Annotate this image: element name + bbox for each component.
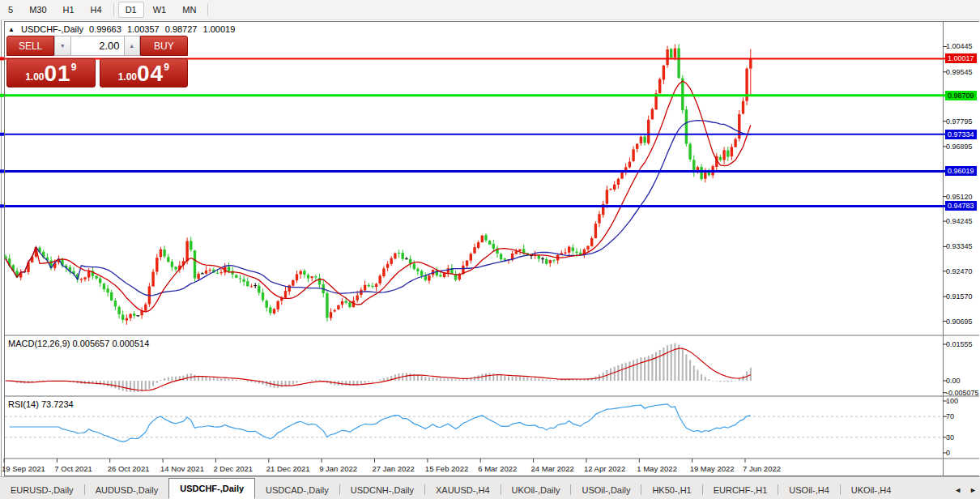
date-axis-label: 24 Mar 2022 [531,464,574,473]
tab-hk50-h1[interactable]: HK50-,H1 [641,481,701,499]
price-axis-label: 1.00445 [946,42,973,50]
macd-axis-label: 0.01555 [946,340,973,348]
date-axis-label: 19 May 2022 [690,464,735,473]
date-axis-label: 14 Nov 2021 [160,464,204,473]
price-axis-label: 0.90695 [946,318,973,326]
date-axis-label: 27 Jan 2022 [372,464,414,473]
date-axis-label: 15 Feb 2022 [425,464,468,473]
rsi-axis-label: 0 [946,449,950,457]
date-axis-label: 9 Jan 2022 [319,464,357,473]
pane-frames [2,20,980,476]
rsi-axis-label: 100 [946,397,958,405]
rsi-line [10,404,751,442]
price-axis-label: 0.99545 [946,68,973,76]
macd-axis-label: -0.005075 [946,389,979,397]
price-axis-label: 0.96895 [946,143,973,151]
timeframe-button-h4[interactable]: H4 [83,2,109,18]
timeframe-button-w1[interactable]: W1 [146,2,174,18]
chart-title: ▲ USDCHF-,Daily 0.99663 1.00357 0.98727 … [8,24,238,34]
toolbar-separator [113,3,114,16]
rsi-pane [5,404,943,442]
date-axis-label: 1 May 2022 [637,464,677,473]
tab-usdcnh-daily[interactable]: USDCNH-,Daily [340,481,424,499]
date-axis-label: 7 Jun 2022 [743,464,781,473]
timeframe-button-5[interactable]: 5 [1,2,20,18]
macd-indicator-label: MACD(12,26,9) 0.005657 0.000514 [8,339,149,348]
price-level-badge-blue: 0.96019 [945,166,977,176]
volume-input[interactable]: 2.00 [71,36,124,56]
macd-axis-label: 0.00 [946,377,961,385]
date-axis-label: 19 Sep 2021 [2,464,45,473]
rsi-axis-label: 70 [946,412,954,420]
tab-usoil-daily[interactable]: USOil-,Daily [571,481,641,499]
one-click-trading-panel: SELL ▼ 2.00 ▲ BUY 1.00 01 9 1.00 04 9 [6,36,188,87]
date-axis-label: 2 Dec 2021 [213,464,253,473]
sell-price-big-digits: 01 [45,62,71,86]
moving-average-lines [6,81,751,312]
date-axis-label: 26 Oct 2021 [108,464,150,473]
tab-scroll-buttons: ◄► [954,486,977,494]
volume-decrease-spinner[interactable]: ▼ [54,36,70,56]
timeframe-button-m30[interactable]: M30 [22,2,53,18]
price-level-badge-blue: 0.97334 [945,130,977,139]
price-level-badge-green: 0.98709 [945,91,977,100]
tab-audusd-daily[interactable]: AUDUSD-,Daily [85,481,169,499]
tab-usdchf-daily[interactable]: USDCHF-,Daily [168,478,255,499]
ohlc-open: 0.99663 [89,24,121,34]
timeframe-toolbar: 5M30H1H4D1W1MN [0,0,980,20]
buy-price-pipette: 9 [164,62,169,73]
rsi-axis-label: 30 [946,433,954,441]
volume-increase-spinner[interactable]: ▲ [124,36,140,56]
sell-price-prefix: 1.00 [25,71,44,83]
tab-scroll-left-icon[interactable]: ◄ [954,486,961,494]
price-axis-label: 0.93345 [946,242,973,250]
macd-histogram [5,343,752,392]
tab-usdcad-daily[interactable]: USDCAD-,Daily [255,481,339,499]
buy-button[interactable]: BUY [140,36,188,56]
tab-eurchf-h1[interactable]: EURCHF-,H1 [703,481,778,499]
sell-price-box[interactable]: 1.00 01 9 [6,58,96,87]
price-axis-ticks [943,47,947,322]
buy-price-prefix: 1.00 [118,71,137,83]
buy-price-box[interactable]: 1.00 04 9 [100,58,189,87]
macd-signal-line [6,348,751,390]
tab-ukoil-h4[interactable]: UKOil-,H4 [841,481,902,499]
date-axis-ticks [4,458,745,463]
tab-scroll-right-icon[interactable]: ► [969,486,977,494]
sell-price-pipette: 9 [71,62,77,73]
tab-eurusd-daily[interactable]: EURUSD-,Daily [0,481,84,499]
date-axis-label: 6 Mar 2022 [478,464,517,473]
price-axis-label: 0.94245 [946,217,973,225]
rsi-indicator-label: RSI(14) 73.7234 [8,399,74,409]
tab-xauusd-h4[interactable]: XAUUSD-,H4 [425,481,501,499]
timeframe-button-h1[interactable]: H1 [56,2,82,18]
buy-price-big-digits: 04 [137,62,164,86]
toolbar-separator [207,3,208,16]
timeframe-button-d1[interactable]: D1 [118,2,144,18]
price-axis-label: 0.95120 [946,193,973,201]
price-axis-label: 0.97795 [946,117,973,126]
ohlc-low: 0.98727 [165,24,198,34]
date-axis-label: 7 Oct 2021 [54,464,92,473]
trading-platform-window: { "toolbar": { "items": ["5", "M30", "H1… [0,0,980,499]
date-axis-label: 12 Apr 2022 [584,464,625,473]
ohlc-close: 1.00019 [203,24,236,34]
price-axis-label: 0.91570 [946,292,973,301]
date-axis-label: 21 Dec 2021 [266,464,310,473]
price-axis-label: 0.92470 [946,267,973,275]
tab-ukoil-daily[interactable]: UKOil-,Daily [501,481,571,499]
price-level-badge-blue: 0.94783 [945,201,977,211]
collapse-triangle-icon[interactable]: ▲ [8,26,15,33]
price-level-badge-red: 1.00017 [945,53,977,63]
chart-symbol-label: USDCHF-,Daily [21,24,83,34]
tab-usoil-h4[interactable]: USOil-,H4 [778,481,840,499]
timeframe-button-mn[interactable]: MN [175,2,203,18]
ohlc-high: 1.00357 [127,24,160,34]
sell-button[interactable]: SELL [6,36,54,56]
symbol-tab-bar: EURUSD-,DailyAUDUSD-,DailyUSDCHF-,DailyU… [0,476,980,499]
